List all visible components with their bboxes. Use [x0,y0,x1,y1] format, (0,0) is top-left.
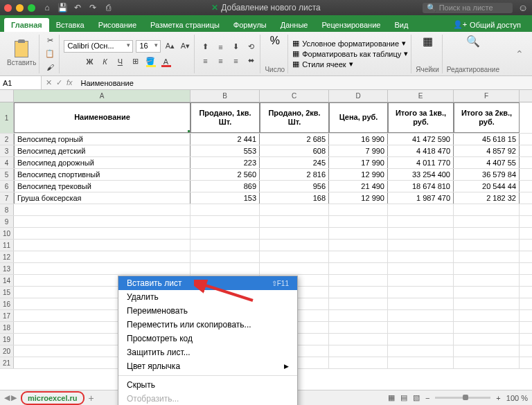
row-header[interactable]: 14 [0,275,14,286]
enter-icon[interactable]: ✓ [56,78,62,87]
cell[interactable] [190,251,260,262]
cell[interactable] [454,298,520,309]
cell[interactable] [388,240,454,251]
select-all-corner[interactable] [0,90,14,102]
italic-button[interactable]: К [98,55,111,68]
cell[interactable] [454,204,520,215]
row-header[interactable]: 8 [0,204,14,215]
cell[interactable] [329,310,388,321]
cell[interactable]: 4 418 470 [388,145,454,156]
cell[interactable] [329,275,388,286]
cell[interactable]: 4 407 55 [454,157,520,168]
format-painter-icon[interactable]: 🖌 [44,61,56,73]
cell[interactable] [329,204,388,215]
collapse-ribbon[interactable]: ⌃ [511,48,528,60]
cell[interactable] [260,263,329,274]
feedback-icon[interactable]: ☺ [518,2,528,13]
cell[interactable] [329,263,388,274]
orientation-icon[interactable]: ⟲ [245,41,257,53]
cell[interactable]: 36 579 84 [454,169,520,180]
tab-review[interactable]: Рецензирование [314,18,387,32]
tab-insert[interactable]: Вставка [49,18,91,32]
cell[interactable] [260,251,329,262]
cell[interactable] [388,228,454,239]
minimize-window[interactable] [16,4,24,12]
col-header-C[interactable]: C [260,90,329,102]
cell[interactable] [388,263,454,274]
cell[interactable]: 956 [260,181,329,192]
row-header[interactable]: 3 [0,145,14,156]
align-middle-icon[interactable]: ≡ [214,41,227,53]
save-icon[interactable]: 💾 [57,3,67,12]
fx-icon[interactable]: fx [66,78,73,87]
cell[interactable]: 2 560 [190,169,260,180]
view-break-icon[interactable]: ▧ [413,393,420,402]
bold-button[interactable]: Ж [83,55,96,68]
align-right-icon[interactable]: ≡ [229,55,242,67]
sheet-tab-active[interactable]: microexcel.ru [21,391,85,405]
cell[interactable] [329,216,388,227]
cell[interactable] [190,263,260,274]
percent-icon[interactable]: % [270,35,280,47]
cell[interactable] [454,310,520,321]
cell[interactable] [454,251,520,262]
row-header[interactable]: 2 [0,134,14,145]
cell[interactable]: 245 [260,157,329,168]
cell[interactable] [260,216,329,227]
cell[interactable]: 45 618 15 [454,134,520,145]
cm-protect[interactable]: Защитить лист... [118,345,297,359]
cell[interactable]: 2 182 32 [454,192,520,204]
cell[interactable] [329,228,388,239]
cell[interactable]: 553 [190,145,260,156]
row-header[interactable]: 7 [0,192,14,204]
cell[interactable] [14,216,190,227]
cell[interactable] [14,204,190,215]
cell[interactable] [388,310,454,321]
font-name-select[interactable]: Calibri (Осн... [64,40,133,53]
view-normal-icon[interactable]: ▦ [388,393,395,402]
formula-input[interactable]: Наименование [77,79,532,87]
cell[interactable] [329,298,388,309]
col-header-A[interactable]: A [14,90,190,102]
row-header[interactable]: 20 [0,345,14,357]
cm-view-code[interactable]: Просмотреть код [118,332,297,345]
view-layout-icon[interactable]: ▤ [400,393,407,402]
row-header[interactable]: 16 [0,298,14,309]
cell[interactable]: 2 685 [260,134,329,145]
fill-color-icon[interactable]: 🪣 [144,55,157,68]
search-input[interactable]: 🔍 Поиск на листе [423,3,513,13]
cell[interactable] [329,322,388,333]
cell[interactable] [454,240,520,251]
print-icon[interactable]: ⎙ [103,3,113,12]
font-color-icon[interactable]: A [159,55,172,68]
name-box[interactable]: A1 [0,76,42,89]
cell[interactable] [329,357,388,368]
cell[interactable]: Велосипед трековый [14,181,190,192]
align-left-icon[interactable]: ≡ [199,55,211,67]
cm-hide[interactable]: Скрыть [118,378,297,392]
cell[interactable] [14,228,190,239]
cm-move[interactable]: Переместить или скопировать... [118,318,297,332]
cell[interactable]: Велосипед спортивный [14,169,190,180]
row-header[interactable]: 13 [0,263,14,274]
cell[interactable]: 2 816 [260,169,329,180]
cell[interactable] [329,287,388,298]
zoom-in[interactable]: + [496,394,500,402]
cell[interactable] [14,251,190,262]
cell[interactable] [454,322,520,333]
cell[interactable] [388,298,454,309]
cell[interactable] [260,240,329,251]
row-header[interactable]: 9 [0,216,14,227]
cell[interactable] [454,263,520,274]
cell[interactable]: 1 987 470 [388,192,454,204]
find-icon[interactable]: 🔍 [466,35,480,48]
row-header[interactable]: 11 [0,240,14,251]
cell[interactable]: 869 [190,181,260,192]
zoom-out[interactable]: − [425,394,429,402]
next-sheet-icon[interactable]: ▶ [11,393,17,402]
cell[interactable]: Продано, 1кв. Шт. [190,102,260,133]
cell[interactable] [454,228,520,239]
col-header-B[interactable]: B [190,90,260,102]
row-header[interactable]: 19 [0,334,14,345]
cell[interactable]: Итого за 2кв., руб. [454,102,520,133]
